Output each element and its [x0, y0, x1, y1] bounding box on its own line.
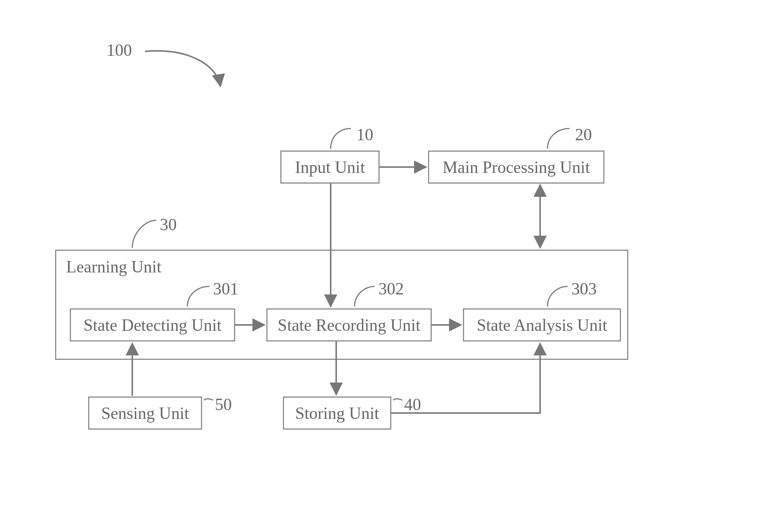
- state-detecting-unit-box: State Detecting Unit: [70, 308, 235, 341]
- main-processing-unit-label: Main Processing Unit: [442, 158, 590, 177]
- sensing-unit-ref: 50: [215, 395, 232, 414]
- state-recording-unit-ref: 302: [378, 279, 404, 298]
- state-analysis-unit-box: State Analysis Unit: [463, 308, 621, 341]
- sensing-unit-box: Sensing Unit: [88, 397, 202, 430]
- learning-unit-label: Learning Unit: [66, 257, 161, 276]
- state-recording-unit-box: State Recording Unit: [266, 308, 432, 341]
- state-detecting-unit-label: State Detecting Unit: [83, 315, 222, 335]
- storing-unit-label: Storing Unit: [295, 403, 379, 423]
- input-unit-label: Input Unit: [295, 158, 365, 177]
- state-detecting-unit-ref: 301: [213, 279, 238, 298]
- state-analysis-unit-label: State Analysis Unit: [477, 315, 607, 335]
- storing-unit-ref: 40: [404, 395, 421, 414]
- learning-unit-ref: 30: [160, 215, 177, 234]
- sensing-unit-label: Sensing Unit: [101, 403, 189, 423]
- input-unit-box: Input Unit: [280, 151, 380, 184]
- diagram-canvas: 100 Input Unit 10 Main Processing Unit 2…: [0, 0, 776, 532]
- system-ref-label: 100: [107, 40, 132, 60]
- main-processing-unit-ref: 20: [575, 125, 592, 144]
- state-analysis-unit-ref: 303: [571, 279, 597, 298]
- state-recording-unit-label: State Recording Unit: [278, 315, 420, 335]
- input-unit-ref: 10: [356, 125, 373, 144]
- storing-unit-box: Storing Unit: [283, 397, 391, 430]
- main-processing-unit-box: Main Processing Unit: [428, 151, 604, 184]
